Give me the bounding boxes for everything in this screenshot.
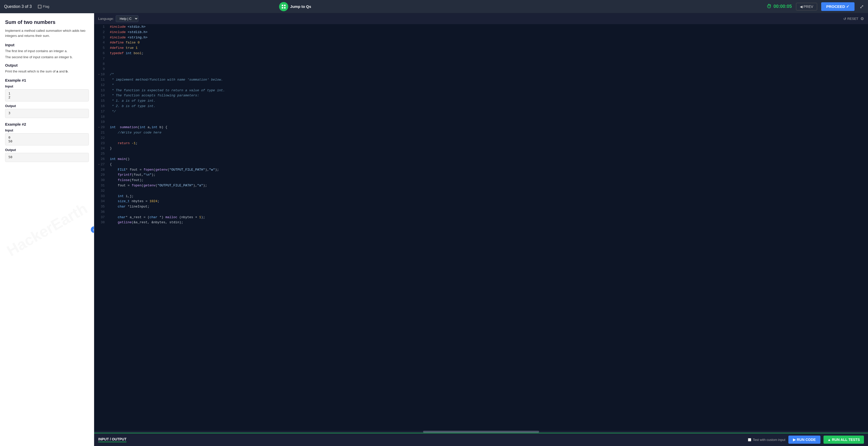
code-line-11: 11 * implement method/function with name… — [94, 77, 868, 83]
flag-label: Flag — [43, 5, 49, 8]
top-header: Question 3 of 3 Flag Jump to Qs ⏱ 00:00:… — [0, 0, 868, 13]
problem-description: Implement a method called summation whic… — [5, 28, 89, 38]
jump-to-qs-button[interactable]: Jump to Qs — [279, 2, 311, 11]
code-line-34: 34 size_t nbytes = 1024; — [94, 199, 868, 204]
jump-icon — [279, 2, 288, 11]
code-line-3: 3 #include <string.h> — [94, 35, 868, 40]
flag-checkbox[interactable] — [38, 5, 41, 8]
code-line-21: 21 //Write your code here — [94, 130, 868, 135]
svg-rect-1 — [284, 5, 285, 6]
watermark: HackerEarth — [4, 200, 90, 260]
output-text: Print the result which is the sum of a a… — [5, 69, 89, 74]
io-tab-button[interactable]: INPUT / OUTPUT — [98, 437, 126, 442]
proceed-button[interactable]: PROCEED ✓ — [821, 2, 855, 11]
code-line-20: •20 int summation(int a,int b) { — [94, 125, 868, 130]
editor-toolbar: Language: Help | C C C++ Python Java ↺ R… — [94, 13, 868, 24]
right-panel: Language: Help | C C C++ Python Java ↺ R… — [94, 13, 868, 446]
bottom-bar: INPUT / OUTPUT Test with custom input ▶ … — [94, 433, 868, 446]
run-code-button[interactable]: ▶ RUN CODE — [788, 436, 820, 444]
code-table: 1 #include <stdio.h> 2 #include <stdlib.… — [94, 24, 868, 225]
svg-rect-3 — [284, 7, 285, 8]
code-line-28: 28 FILE* fout = fopen(getenv("OUTPUT_FIL… — [94, 167, 868, 173]
language-label: Language: — [98, 17, 114, 21]
output-section-title: Output — [5, 63, 89, 67]
input-section-title: Input — [5, 43, 89, 47]
code-line-14: 14 * The function accepts following para… — [94, 93, 868, 98]
code-line-13: 13 * The function is expected to return … — [94, 88, 868, 93]
timer-display: ⏱ 00:00:05 — [767, 4, 792, 9]
code-line-15: 15 * 1. a is of type int. — [94, 98, 868, 104]
code-line-19: 19 — [94, 120, 868, 125]
code-line-25: 25 — [94, 151, 868, 157]
input-line2: The second line of input contains an int… — [5, 55, 89, 60]
code-line-18: 18 — [94, 115, 868, 120]
code-line-37: 37 char* a_rest = (char *) malloc (nbyte… — [94, 215, 868, 220]
ex2-output-label: Output — [5, 148, 89, 152]
left-panel: HackerEarth Sum of two numbers Implement… — [0, 13, 94, 446]
ex2-input-label: Input — [5, 128, 89, 132]
ex2-input-box: 050 — [5, 133, 89, 146]
code-line-33: 33 int i,j; — [94, 194, 868, 199]
code-line-23: 23 return -1; — [94, 141, 868, 146]
code-line-32: 32 — [94, 188, 868, 194]
reset-button[interactable]: ↺ RESET — [843, 17, 858, 21]
ex1-output-label: Output — [5, 104, 89, 108]
expand-button[interactable]: ⤢ — [860, 4, 864, 10]
code-line-22: 22 — [94, 135, 868, 141]
problem-title: Sum of two numbers — [5, 19, 89, 25]
timer-value: 00:00:05 — [774, 4, 792, 9]
svg-rect-2 — [282, 7, 283, 8]
code-line-29: 29 fprintf(fout,"\n"); — [94, 172, 868, 178]
question-label: Question — [4, 4, 20, 9]
code-line-1: 1 #include <stdio.h> — [94, 24, 868, 30]
code-line-30: 30 fclose(fout); — [94, 178, 868, 183]
code-line-10: •10 /* — [94, 72, 868, 77]
run-all-tests-button[interactable]: ▲ RUN ALL TESTS — [824, 436, 864, 444]
code-line-6: 6 typedef int bool; — [94, 51, 868, 56]
question-of: of 3 — [25, 4, 32, 9]
example2-title: Example #2 — [5, 122, 89, 126]
code-line-27: •27 { — [94, 162, 868, 167]
ex1-input-box: 12 — [5, 89, 89, 101]
scrollbar-thumb[interactable] — [423, 431, 539, 433]
main-content: HackerEarth Sum of two numbers Implement… — [0, 13, 868, 446]
code-line-16: 16 * 2. b is of type int. — [94, 104, 868, 109]
code-line-4: 4 #define false 0 — [94, 40, 868, 45]
code-line-38: 38 getline(&a_rest, &nbytes, stdin); — [94, 220, 868, 225]
code-line-35: 35 char *lineInput; — [94, 204, 868, 210]
collapse-panel-button[interactable]: ◀ — [91, 226, 94, 233]
question-title: Question 3 of 3 — [4, 4, 32, 9]
horizontal-scrollbar[interactable] — [94, 431, 868, 433]
language-select[interactable]: Help | C C C++ Python Java — [116, 15, 138, 22]
timer-icon: ⏱ — [767, 4, 772, 9]
code-line-12: 12 * — [94, 83, 868, 88]
flag-button[interactable]: Flag — [38, 5, 49, 8]
code-line-17: 17 */ — [94, 109, 868, 115]
example1-title: Example #1 — [5, 78, 89, 83]
code-line-9: 9 — [94, 67, 868, 72]
code-line-5: 5 #define true 1 — [94, 45, 868, 51]
code-line-24: 24 } — [94, 146, 868, 151]
ex1-input-label: Input — [5, 85, 89, 88]
code-line-7: 7 — [94, 56, 868, 62]
code-editor[interactable]: 1 #include <stdio.h> 2 #include <stdlib.… — [94, 24, 868, 431]
input-line1: The first line of input contains an inte… — [5, 49, 89, 54]
ex1-output-box: 3 — [5, 109, 89, 118]
prev-button[interactable]: ◀ PREV — [796, 3, 817, 10]
custom-input-label: Test with custom input — [753, 438, 785, 442]
settings-button[interactable]: ⚙ — [860, 16, 864, 21]
code-line-26: 26 int main() — [94, 157, 868, 162]
code-line-36: 36 — [94, 210, 868, 215]
code-line-8: 8 — [94, 62, 868, 67]
custom-input-toggle[interactable]: Test with custom input — [748, 438, 785, 442]
code-line-2: 2 #include <stdlib.h> — [94, 30, 868, 35]
custom-input-checkbox[interactable] — [748, 438, 751, 441]
ex2-output-box: 50 — [5, 153, 89, 162]
svg-rect-0 — [282, 5, 283, 6]
jump-label: Jump to Qs — [290, 4, 311, 9]
question-num: 3 — [22, 4, 24, 9]
code-line-31: 31 fout = fopen(getenv("OUTPUT_FILE_PATH… — [94, 183, 868, 188]
